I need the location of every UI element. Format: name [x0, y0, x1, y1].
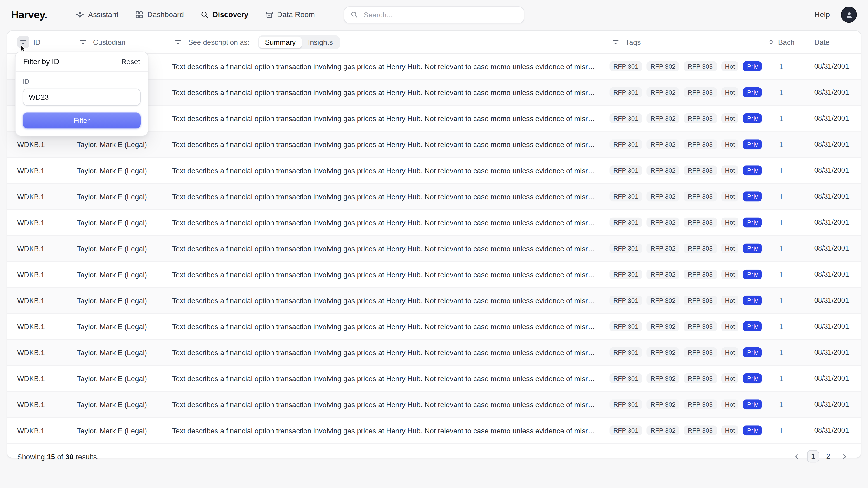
table-row[interactable]: WDKB.1 Taylor, Mark E (Legal) Text descr… — [7, 184, 861, 210]
row-description: Text describes a financial option transa… — [172, 192, 610, 201]
tag-pill: RFP 302 — [647, 348, 680, 357]
popover-header: Filter by ID Reset — [16, 52, 148, 72]
next-page-button[interactable] — [837, 450, 852, 462]
table-row[interactable]: WDKB.1 Taylor, Mark E (Legal) Text descr… — [7, 236, 861, 262]
tag-pill: RFP 302 — [647, 88, 680, 97]
tags-filter-button[interactable] — [610, 36, 622, 48]
nav-item-assistant[interactable]: Assistant — [76, 11, 119, 19]
tag-pill: Hot — [721, 217, 739, 227]
row-id: WDKB.1 — [17, 375, 77, 383]
tag-pill: RFP 302 — [647, 269, 680, 280]
row-tags: RFP 301RFP 302RFP 303HotPriv — [610, 165, 765, 175]
tag-pill: RFP 303 — [684, 88, 717, 97]
tag-pill: Hot — [721, 425, 739, 435]
row-custodian: Taylor, Mark E (Legal) — [77, 400, 172, 409]
tag-pill: RFP 302 — [647, 113, 680, 123]
table-row[interactable]: WDKB.1 Taylor, Mark E (Legal) Text descr… — [7, 366, 861, 392]
row-id: WDKB.1 — [17, 244, 77, 253]
prev-page-button[interactable] — [789, 450, 804, 462]
table-row[interactable]: WDKB.1 Taylor, Mark E (Legal) Text descr… — [7, 314, 861, 340]
header-bach[interactable]: Bach — [765, 38, 798, 46]
tag-pill: RFP 301 — [610, 113, 642, 123]
tag-pill: RFP 301 — [610, 322, 642, 331]
toggle-summary[interactable]: Summary — [259, 36, 302, 48]
reset-button[interactable]: Reset — [121, 58, 140, 66]
custodian-filter-button[interactable] — [77, 36, 89, 48]
nav-item-dashboard[interactable]: Dashboard — [135, 11, 184, 19]
global-search[interactable] — [344, 6, 524, 23]
tag-pill: RFP 301 — [610, 139, 642, 149]
nav-item-label: Data Room — [277, 11, 315, 19]
priv-badge: Priv — [743, 61, 762, 71]
magnifier-icon — [200, 11, 209, 19]
page-button-1[interactable]: 1 — [807, 450, 819, 462]
tag-pill: RFP 303 — [684, 217, 717, 227]
brand-logo[interactable]: Harvey. — [11, 8, 47, 21]
user-avatar[interactable] — [841, 6, 857, 23]
nav-item-discovery[interactable]: Discovery — [200, 11, 248, 19]
tag-pill: Hot — [721, 165, 739, 175]
row-bach: 1 — [765, 192, 798, 201]
tag-pill: RFP 303 — [684, 295, 717, 305]
row-tags: RFP 301RFP 302RFP 303HotPriv — [610, 191, 765, 201]
row-bach: 1 — [765, 88, 798, 97]
row-description: Text describes a financial option transa… — [172, 375, 610, 383]
results-prefix: Showing — [17, 452, 45, 461]
header-description: See description as: Summary Insights — [172, 35, 610, 49]
row-tags: RFP 301RFP 302RFP 303HotPriv — [610, 61, 765, 71]
nav-item-label: Dashboard — [147, 11, 184, 19]
row-id: WDKB.1 — [17, 270, 77, 279]
toggle-insights[interactable]: Insights — [302, 36, 339, 48]
search-input[interactable] — [363, 10, 518, 20]
tag-pill: RFP 303 — [684, 269, 717, 280]
id-filter-button[interactable] — [17, 36, 29, 48]
row-tags: RFP 301RFP 302RFP 303HotPriv — [610, 348, 765, 357]
nav-item-data-room[interactable]: Data Room — [265, 11, 315, 19]
table-row[interactable]: WDKB.1 Taylor, Mark E (Legal) Text descr… — [7, 210, 861, 236]
priv-badge: Priv — [743, 425, 762, 435]
priv-badge: Priv — [743, 88, 762, 97]
help-link[interactable]: Help — [814, 11, 830, 19]
priv-badge: Priv — [743, 295, 762, 305]
tag-pill: RFP 301 — [610, 348, 642, 357]
tag-pill: RFP 301 — [610, 425, 642, 435]
row-date: 08/31/2001 — [798, 89, 853, 96]
filter-submit-button[interactable]: Filter — [23, 112, 141, 128]
filter-lines-icon — [20, 38, 27, 46]
row-tags: RFP 301RFP 302RFP 303HotPriv — [610, 269, 765, 280]
priv-badge: Priv — [743, 113, 762, 123]
results-of: of — [57, 452, 63, 461]
header-id: ID — [17, 36, 77, 48]
table-row[interactable]: WDKB.1 Taylor, Mark E (Legal) Text descr… — [7, 340, 861, 366]
tag-pill: RFP 302 — [647, 243, 680, 254]
row-tags: RFP 301RFP 302RFP 303HotPriv — [610, 217, 765, 227]
header-id-label: ID — [33, 38, 40, 46]
tag-pill: RFP 303 — [684, 243, 717, 254]
table-row[interactable]: WDKB.1 Taylor, Mark E (Legal) Text descr… — [7, 418, 861, 444]
popover-body: ID Filter — [16, 72, 148, 135]
page-button-2[interactable]: 2 — [822, 450, 834, 462]
row-custodian: Taylor, Mark E (Legal) — [77, 140, 172, 149]
filter-lines-icon — [174, 38, 182, 46]
nav-item-label: Assistant — [88, 11, 119, 19]
table-row[interactable]: WDKB.1 Taylor, Mark E (Legal) Text descr… — [7, 158, 861, 184]
tag-pill: RFP 301 — [610, 165, 642, 175]
tag-pill: RFP 302 — [647, 373, 680, 383]
filter-lines-icon — [79, 38, 87, 46]
row-custodian: Taylor, Mark E (Legal) — [77, 375, 172, 383]
row-date: 08/31/2001 — [798, 115, 853, 122]
header-custodian: Custodian — [77, 36, 172, 48]
table-row[interactable]: WDKB.1 Taylor, Mark E (Legal) Text descr… — [7, 262, 861, 288]
tag-pill: Hot — [721, 322, 739, 331]
main-nav: Assistant Dashboard Discovery Data Room — [76, 11, 315, 19]
row-date: 08/31/2001 — [798, 349, 853, 356]
pagination: 1 2 — [789, 450, 852, 462]
id-filter-input[interactable] — [23, 89, 141, 106]
description-filter-button[interactable] — [172, 36, 184, 48]
row-date: 08/31/2001 — [798, 140, 853, 148]
table-row[interactable]: WDKB.1 Taylor, Mark E (Legal) Text descr… — [7, 288, 861, 314]
row-custodian: Taylor, Mark E (Legal) — [77, 322, 172, 331]
filter-by-id-popover: Filter by ID Reset ID Filter — [15, 52, 148, 136]
table-row[interactable]: WDKB.1 Taylor, Mark E (Legal) Text descr… — [7, 392, 861, 418]
row-id: WDKB.1 — [17, 140, 77, 149]
